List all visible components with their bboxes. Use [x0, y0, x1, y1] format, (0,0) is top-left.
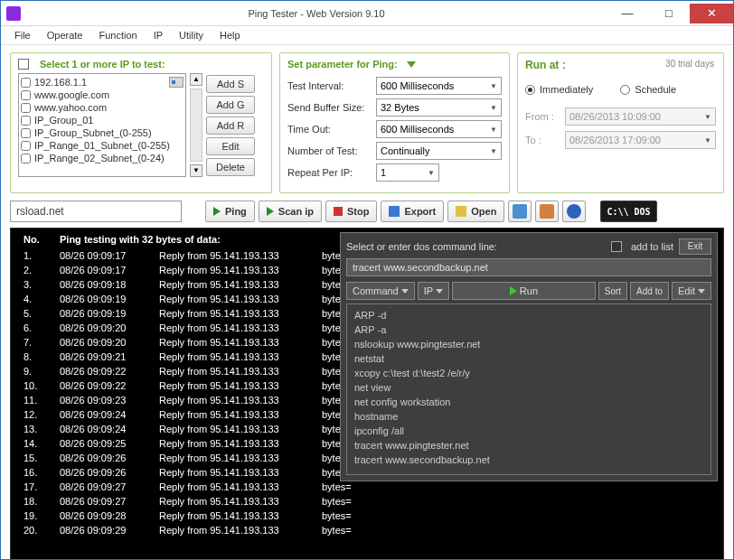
ping-button[interactable]: Ping	[205, 201, 255, 222]
delete-button[interactable]: Delete	[206, 158, 255, 176]
ip-item: IP_Group_Subnet_(0-255)	[21, 126, 184, 139]
chevron-down-icon	[698, 289, 705, 294]
tool-icon	[513, 204, 527, 219]
to-label: To :	[525, 135, 560, 145]
folder-icon	[456, 206, 466, 217]
dos-head-label: Select or enter dos command line:	[346, 241, 606, 252]
terminal-row: 17.08/26 09:09:27Reply from 95.141.193.1…	[24, 480, 710, 494]
dropdown-icon[interactable]	[407, 61, 416, 68]
titlebar: Ping Tester - Web Version 9.10 — □ ✕	[1, 1, 733, 26]
scroll-indicator-icon	[169, 77, 184, 88]
ip-select-panel: Select 1 or more IP to test: 192.168.1.1…	[10, 52, 272, 193]
open-button[interactable]: Open	[447, 201, 504, 222]
dos-list-item[interactable]: netstat	[354, 351, 703, 366]
dos-list-item[interactable]: ipconfig /all	[354, 424, 703, 438]
add-g-button[interactable]: Add G	[206, 96, 255, 114]
window-controls: — □ ✕	[607, 4, 733, 23]
scan-ip-button[interactable]: Scan ip	[259, 201, 322, 222]
app-icon	[6, 6, 21, 21]
menu-operate[interactable]: Operate	[39, 28, 91, 42]
run-title: Run at :	[525, 59, 566, 71]
dos-run-button[interactable]: Run	[452, 282, 596, 300]
timeout-select[interactable]: 600 Milliseconds▼	[376, 120, 502, 138]
toolbar: Ping Scan ip Stop Export Open C:\\ DOS	[1, 197, 733, 228]
repeat-select[interactable]: 1▼	[376, 163, 439, 182]
menu-ip[interactable]: IP	[146, 28, 171, 42]
add-r-button[interactable]: Add R	[206, 117, 255, 135]
minimize-button[interactable]: —	[607, 4, 648, 23]
params-title: Set parameter for Ping:	[287, 59, 416, 70]
col-no: No.	[24, 234, 60, 245]
terminal-row: 19.08/26 09:09:28Reply from 95.141.193.1…	[24, 509, 710, 523]
ip-checkbox[interactable]	[21, 103, 31, 113]
menu-function[interactable]: Function	[90, 28, 145, 42]
dos-list-item[interactable]: nslookup www.pingtester.net	[354, 337, 703, 351]
ip-checkbox[interactable]	[21, 141, 31, 151]
ip-item: IP_Group_01	[21, 114, 184, 126]
dos-exit-button[interactable]: Exit	[679, 238, 711, 255]
test-interval-select[interactable]: 600 Milliseconds▼	[376, 77, 502, 95]
tool-icon-1[interactable]	[508, 201, 532, 222]
dos-list-item[interactable]: ARP -a	[354, 322, 703, 337]
scroll-up-button[interactable]: ▲	[190, 73, 202, 86]
param-label: Number of Test:	[287, 145, 376, 156]
tool-icon-2[interactable]	[535, 201, 559, 222]
close-button[interactable]: ✕	[690, 4, 733, 23]
dos-command-input[interactable]	[346, 258, 711, 276]
dos-list-item[interactable]: ARP -d	[354, 308, 703, 322]
edit-button[interactable]: Edit	[206, 137, 255, 155]
dos-list-item[interactable]: net view	[354, 380, 703, 395]
select-all-checkbox[interactable]	[18, 59, 29, 70]
menu-utility[interactable]: Utility	[171, 28, 212, 42]
add-to-list-checkbox[interactable]: add to list	[611, 241, 673, 252]
dos-add-button[interactable]: Add to	[630, 282, 669, 300]
ip-item: IP_Range_02_Subnet_(0-24)	[21, 152, 184, 164]
dos-list-item[interactable]: tracert www.pingtester.net	[354, 438, 703, 453]
ip-checkbox[interactable]	[21, 128, 31, 138]
export-button[interactable]: Export	[381, 201, 444, 222]
ip-item: 192.168.1.1	[21, 76, 184, 89]
schedule-radio[interactable]: Schedule	[620, 84, 676, 95]
from-datetime[interactable]: 08/26/2013 10:09:00▼	[565, 107, 716, 126]
dos-command-list[interactable]: ARP -dARP -anslookup www.pingtester.netn…	[346, 303, 711, 475]
immediately-radio[interactable]: Immediately	[525, 84, 593, 95]
ip-checkbox[interactable]	[21, 90, 31, 100]
buffer-size-select[interactable]: 32 Bytes▼	[376, 98, 502, 117]
from-label: From :	[525, 111, 560, 122]
dos-list-item[interactable]: tracert www.secondbackup.net	[354, 453, 703, 467]
menu-help[interactable]: Help	[212, 28, 249, 42]
tool-icon-3[interactable]	[562, 201, 586, 222]
play-icon	[510, 286, 517, 295]
terminal-row: 18.08/26 09:09:27Reply from 95.141.193.1…	[24, 494, 710, 509]
ip-checkbox[interactable]	[21, 78, 31, 88]
ip-checkbox[interactable]	[21, 154, 31, 163]
radio-off-icon	[620, 85, 630, 95]
radio-on-icon	[525, 85, 535, 95]
dos-list-item[interactable]: xcopy c:\test d:\test2 /e/r/y	[354, 366, 703, 380]
dos-sort-button[interactable]: Sort	[598, 282, 627, 300]
dos-button[interactable]: C:\\ DOS	[600, 201, 656, 222]
ip-list[interactable]: 192.168.1.1 www.google.com www.yahoo.com…	[18, 73, 186, 177]
add-s-button[interactable]: Add S	[206, 75, 255, 93]
to-datetime[interactable]: 08/26/2013 17:09:00▼	[565, 131, 716, 149]
maximize-button[interactable]: □	[648, 4, 690, 23]
chevron-down-icon	[401, 289, 409, 294]
ip-panel-title: Select 1 or more IP to test:	[18, 59, 165, 70]
trial-label: 30 trial days	[665, 59, 714, 69]
ip-item: www.yahoo.com	[21, 101, 184, 114]
dos-list-item[interactable]: net config workstation	[354, 395, 703, 409]
scrollbar-track[interactable]	[190, 89, 202, 162]
dos-command-dropdown[interactable]: Command	[346, 282, 415, 300]
menubar: File Operate Function IP Utility Help	[1, 26, 733, 45]
param-label: Repeat Per IP:	[287, 167, 376, 178]
dos-ip-dropdown[interactable]: IP	[418, 282, 449, 300]
menu-file[interactable]: File	[6, 28, 39, 42]
host-input[interactable]	[10, 201, 182, 222]
scroll-down-button[interactable]: ▼	[190, 164, 202, 177]
ip-checkbox[interactable]	[21, 116, 31, 126]
dos-edit-dropdown[interactable]: Edit	[672, 282, 711, 300]
stop-icon	[334, 207, 343, 216]
dos-list-item[interactable]: hostname	[354, 409, 703, 424]
num-tests-select[interactable]: Continually▼	[376, 142, 502, 160]
stop-button[interactable]: Stop	[325, 201, 377, 222]
